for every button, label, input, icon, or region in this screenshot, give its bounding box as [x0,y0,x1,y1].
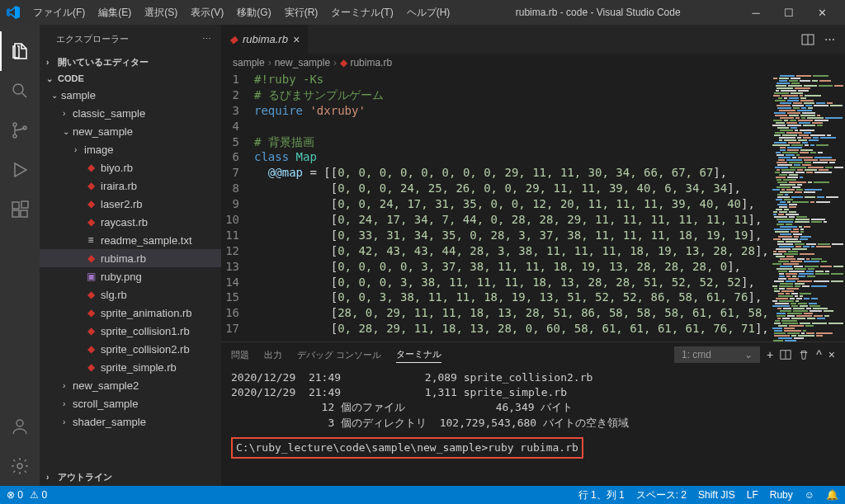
file-item[interactable]: ◆slg.rb [40,285,221,304]
status-indentation[interactable]: スペース: 2 [636,488,687,502]
explorer-more-icon[interactable]: ⋯ [202,34,211,45]
panel-tab[interactable]: 問題 [231,347,249,363]
title-bar: ファイル(F)編集(E)選択(S)表示(V)移動(G)実行(R)ターミナル(T)… [0,0,845,25]
svg-point-9 [17,464,22,469]
menu-item[interactable]: 移動(G) [230,2,277,23]
ruby-file-icon: ◆ [84,180,97,191]
tree-item-label: biyo.rb [101,162,133,174]
split-terminal-icon[interactable] [780,349,791,360]
file-item[interactable]: ◆iraira.rb [40,177,221,195]
panel-tab[interactable]: デバッグ コンソール [297,347,381,363]
panel-tab[interactable]: ターミナル [396,346,441,363]
new-terminal-icon[interactable]: + [767,348,773,361]
code-line: 5# 背景描画 [221,134,771,150]
terminal-prompt: C:\ruby_lecture\code\sample\new_sample>r… [231,437,583,459]
file-item[interactable]: ◆raycast.rb [40,213,221,231]
tree-item-label: rubima.rb [101,252,146,265]
ruby-file-icon: ◆ [84,325,97,337]
line-number: 5 [221,134,254,150]
menu-item[interactable]: ターミナル(T) [324,2,399,23]
status-warnings[interactable]: ⚠ 0 [30,489,47,501]
window-title: rubima.rb - code - Visual Studio Code [456,7,739,18]
code-line: 14 [0, 0, 0, 3, 38, 11, 11, 11, 18, 13, … [221,275,771,290]
file-item[interactable]: ◆rubima.rb [40,249,221,267]
terminal-line: 2020/12/29 21:49 2,089 sprite_collision2… [231,370,835,385]
maximize-panel-icon[interactable]: ^ [816,348,822,361]
source-control-icon[interactable] [0,111,40,150]
chevron-icon: ⌄ [51,91,61,100]
account-icon[interactable] [0,407,40,446]
terminal-body[interactable]: 2020/12/29 21:49 2,089 sprite_collision2… [221,367,845,486]
editor-more-icon[interactable]: ⋯ [824,33,835,46]
tab-rubima[interactable]: ◆ rubima.rb × [221,25,308,54]
file-item[interactable]: ◆sprite_collision1.rb [40,322,221,340]
folder-item[interactable]: ⌄new_sample [40,122,221,140]
file-item[interactable]: ▣ruby.png [40,267,221,285]
svg-point-1 [13,123,17,126]
file-item[interactable]: ◆laser2.rb [40,195,221,213]
breadcrumb-item[interactable]: sample [233,57,265,68]
ruby-file-icon: ◆ [84,162,97,173]
status-errors[interactable]: ⊗ 0 [7,489,23,501]
status-encoding[interactable]: Shift JIS [698,489,735,501]
activity-bar [0,25,40,486]
chevron-icon: ⌄ [63,127,73,136]
terminal-line: 3 個のディレクトリ 102,729,543,680 バイトの空き領域 [231,416,835,431]
file-item[interactable]: ◆sprite_collision2.rb [40,340,221,358]
status-language[interactable]: Ruby [770,489,793,501]
close-button[interactable]: ✕ [805,0,838,25]
chevron-icon: › [63,381,73,390]
split-editor-icon[interactable] [801,33,814,46]
outline-section[interactable]: ›アウトライン [40,469,221,486]
search-icon[interactable] [0,71,40,111]
menu-item[interactable]: 編集(E) [92,2,138,23]
breadcrumb-item[interactable]: ◆ rubima.rb [340,57,392,68]
status-eol[interactable]: LF [747,489,758,501]
folder-item[interactable]: ⌄sample [40,86,221,104]
extensions-icon[interactable] [0,190,40,229]
close-panel-icon[interactable]: × [828,348,835,361]
maximize-button[interactable]: ☐ [772,0,805,25]
menu-item[interactable]: ヘルプ(H) [400,2,457,23]
file-item[interactable]: ◆sprite_animation.rb [40,304,221,322]
terminal-select[interactable]: 1: cmd⌄ [674,346,760,363]
run-debug-icon[interactable] [0,150,40,190]
settings-gear-icon[interactable] [0,446,40,486]
file-item[interactable]: ◆sprite_simple.rb [40,358,221,376]
image-file-icon: ▣ [84,271,97,282]
kill-terminal-icon[interactable] [798,349,810,360]
panel-tab[interactable]: 出力 [264,347,282,363]
folder-item[interactable]: ›scroll_sample [40,394,221,412]
status-feedback-icon[interactable]: ☺ [805,489,814,501]
line-number: 10 [221,212,254,228]
root-folder-section[interactable]: ⌄CODE [40,71,221,86]
folder-item[interactable]: ›classic_sample [40,104,221,122]
menu-item[interactable]: 実行(R) [278,2,325,23]
tree-item-label: new_sample [73,125,133,138]
folder-item[interactable]: ›shader_sample [40,412,221,431]
code-line: 15 [0, 0, 3, 38, 11, 11, 18, 19, 13, 51,… [221,290,771,305]
ruby-file-icon: ◆ [84,252,97,264]
status-notifications-icon[interactable]: 🔔 [826,489,838,501]
file-item[interactable]: ◆biyo.rb [40,158,221,177]
open-editors-section[interactable]: ›開いているエディター [40,54,221,71]
menu-bar: ファイル(F)編集(E)選択(S)表示(V)移動(G)実行(R)ターミナル(T)… [26,2,456,23]
menu-item[interactable]: 選択(S) [138,2,184,23]
tab-close-icon[interactable]: × [293,33,300,46]
minimap[interactable] [771,72,845,341]
code-line: 3require 'dxruby' [221,103,771,119]
file-item[interactable]: ≡readme_sample.txt [40,231,221,249]
chevron-down-icon: ⌄ [744,349,753,360]
status-cursor-position[interactable]: 行 1、列 1 [578,488,625,502]
menu-item[interactable]: 表示(V) [184,2,230,23]
breadcrumbs[interactable]: sample›new_sample›◆ rubima.rb [221,54,845,72]
menu-item[interactable]: ファイル(F) [26,2,92,23]
folder-item[interactable]: ›new_sample2 [40,376,221,394]
folder-item[interactable]: ›image [40,140,221,158]
minimize-button[interactable]: ─ [739,0,772,25]
line-number: 3 [221,103,254,119]
explorer-icon[interactable] [0,31,40,71]
chevron-icon: › [63,417,73,426]
breadcrumb-item[interactable]: new_sample [275,57,330,68]
code-editor[interactable]: 1#!ruby -Ks2# るびまサンプルゲーム3require 'dxruby… [221,72,771,341]
